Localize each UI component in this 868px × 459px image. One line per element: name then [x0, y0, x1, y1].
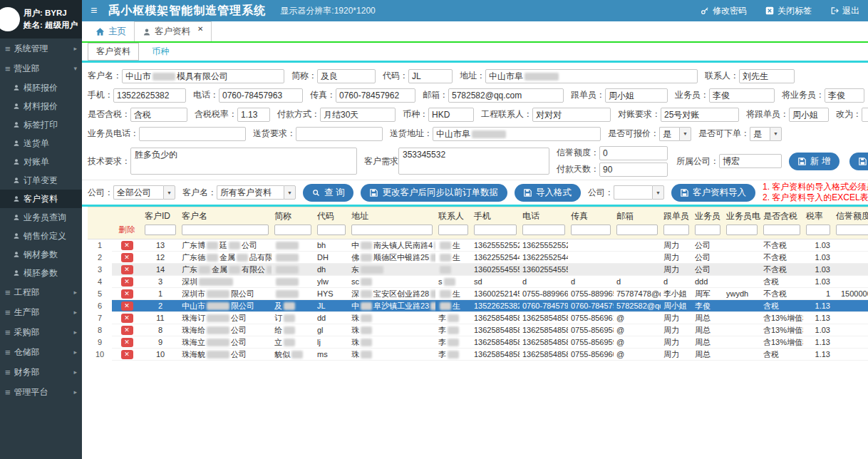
delete-row-button[interactable]: ✕: [121, 265, 133, 274]
table-row[interactable]: 7✕11珠海订公司订dd珠李13625854858513625854858507…: [88, 312, 868, 324]
tax-flag-input[interactable]: 含税: [130, 108, 187, 122]
code-input[interactable]: JL: [408, 69, 453, 83]
update-button[interactable]: 更 改: [849, 153, 868, 170]
salesman-phone-input[interactable]: [139, 127, 246, 141]
delivery-addr-input[interactable]: 中山市阜: [433, 127, 601, 141]
credit-input[interactable]: 0: [599, 146, 668, 160]
sidebar-item-业务员查询[interactable]: 业务员查询: [0, 208, 82, 227]
logout-link[interactable]: 退出: [830, 5, 859, 17]
contact-input[interactable]: 刘先生: [739, 69, 795, 83]
table-row[interactable]: 3✕14广东金属有限公dh东1360255455513602554555周力公司…: [88, 264, 868, 276]
tech-req-textarea[interactable]: 胜多负少的: [130, 148, 357, 175]
filter-input-tax[interactable]: [763, 225, 800, 235]
filter-input-sphone[interactable]: [726, 225, 758, 235]
change-follower-from-input[interactable]: 周小姐: [789, 108, 829, 122]
delete-row-button[interactable]: ✕: [121, 314, 133, 323]
cust-need-textarea[interactable]: 353345532: [398, 148, 549, 175]
mobile-input[interactable]: 13522625382: [113, 88, 186, 103]
sidebar-item-客户资料[interactable]: 客户资料: [0, 190, 82, 208]
table-row[interactable]: 6✕2中山市限公司及JL中阜沙镇工业路23生135226253820760-78…: [88, 300, 868, 312]
subtab-customer-info[interactable]: 客户资料: [88, 43, 139, 61]
delete-row-button[interactable]: ✕: [121, 277, 133, 287]
company-input[interactable]: 博宏: [719, 154, 782, 168]
sidebar-group-采购部[interactable]: ≡采购部▸: [0, 322, 82, 342]
table-row[interactable]: 1✕13广东博廷公司bh中南头镇人民南路4生136255525521362555…: [88, 239, 868, 252]
sidebar-group-仓储部[interactable]: ≡仓储部▸: [0, 342, 82, 362]
change-password-link[interactable]: 修改密码: [701, 5, 747, 17]
tab-home[interactable]: 主页: [88, 22, 134, 41]
tab-customer-info[interactable]: 客户资料 ✕: [134, 21, 212, 41]
payment-input[interactable]: 月结30天: [320, 108, 396, 122]
address-input[interactable]: 中山市阜: [485, 69, 698, 83]
phone-input[interactable]: 0760-78457963: [219, 88, 303, 103]
delete-row-button[interactable]: ✕: [121, 350, 133, 359]
hamburger-menu-icon[interactable]: ≡: [91, 4, 97, 17]
sidebar-item-模胚参数[interactable]: 模胚参数: [0, 264, 82, 282]
table-row[interactable]: 8✕8珠海给公司给gl珠李136258548585136258548585075…: [88, 324, 868, 336]
sidebar-item-标签打印[interactable]: 标签打印: [0, 115, 82, 134]
change-follower-to-input[interactable]: [862, 108, 868, 122]
sidebar-group-工程部[interactable]: ≡工程部▸: [0, 282, 82, 302]
delete-row-button[interactable]: ✕: [121, 289, 133, 299]
pay-days-input[interactable]: 90: [599, 163, 668, 177]
query-customer-select[interactable]: 所有客户资料▼: [217, 185, 296, 200]
import-format-button[interactable]: 导入格式: [515, 184, 581, 202]
close-tabs-link[interactable]: 关闭标签: [765, 5, 812, 17]
statement-input[interactable]: 25号对账: [661, 108, 739, 122]
filter-input-follower[interactable]: [663, 225, 689, 235]
filter-input-contact[interactable]: [438, 225, 468, 235]
delete-row-button[interactable]: ✕: [121, 326, 133, 335]
salesman-input[interactable]: 李俊: [709, 88, 775, 103]
add-button[interactable]: 新 增: [789, 153, 839, 170]
filter-input-salesman[interactable]: [695, 225, 720, 235]
sidebar-item-送货单[interactable]: 送货单: [0, 134, 82, 153]
filter-input-phone[interactable]: [522, 225, 565, 235]
table-row[interactable]: 9✕9珠海立公司立lj珠李136258548585136258548585075…: [88, 336, 868, 349]
eng-contact-input[interactable]: 对对对: [532, 108, 611, 122]
filter-input-email[interactable]: [616, 225, 658, 235]
sidebar-item-销售价定义[interactable]: 销售价定义: [0, 227, 82, 245]
delete-row-button[interactable]: ✕: [121, 253, 133, 262]
delete-row-button[interactable]: ✕: [121, 241, 133, 250]
sidebar-group-财务部[interactable]: ≡财务部▸: [0, 362, 82, 382]
quotable-select[interactable]: 是▼: [659, 127, 691, 141]
change-salesman-from-input[interactable]: 李俊: [825, 88, 864, 103]
filter-input-credit[interactable]: [836, 225, 868, 235]
filter-input-code[interactable]: [317, 225, 346, 235]
tax-rate-input[interactable]: 1.13: [237, 108, 270, 122]
filter-input-id[interactable]: [145, 225, 176, 235]
filter-input-mobile[interactable]: [474, 225, 517, 235]
table-row[interactable]: 2✕12广东德金属品有限DH佛顺德区中银路25生1362255254413622…: [88, 252, 868, 264]
sidebar-group-管理平台[interactable]: ≡管理平台▸: [0, 382, 82, 402]
sidebar-item-材料报价[interactable]: 材料报价: [0, 97, 82, 115]
sidebar-item-订单变更[interactable]: 订单变更: [0, 171, 82, 190]
filter-input-addr[interactable]: [351, 225, 433, 235]
orderable-select[interactable]: 是▼: [750, 127, 782, 141]
delete-row-button[interactable]: ✕: [121, 301, 133, 311]
search-button[interactable]: 查 询: [303, 184, 353, 202]
table-row[interactable]: 4✕3深圳ylwscssdddddddd含税1.030: [88, 276, 868, 288]
query-company-select[interactable]: 全部公司▼: [113, 185, 175, 200]
sync-orders-button[interactable]: 更改客户后同步以前订单数据: [361, 184, 507, 202]
follower-input[interactable]: 周小姐: [605, 88, 668, 103]
currency-input[interactable]: HKD: [428, 108, 474, 122]
delete-row-button[interactable]: ✕: [121, 338, 133, 347]
filter-input-name[interactable]: [182, 225, 269, 235]
fax-input[interactable]: 0760-78457962: [336, 88, 415, 103]
sidebar-group-生产部[interactable]: ≡生产部▸: [0, 302, 82, 322]
import-customer-data-button[interactable]: 客户资料导入: [671, 184, 755, 202]
filter-input-short[interactable]: [274, 225, 311, 235]
sidebar-group-营业部[interactable]: ≡营业部▾: [0, 58, 82, 78]
sidebar-item-钢材参数[interactable]: 钢材参数: [0, 245, 82, 264]
filter-input-rate[interactable]: [806, 225, 830, 235]
sidebar-item-对账单[interactable]: 对账单: [0, 153, 82, 171]
customer-name-input[interactable]: 中山市模具有限公司: [122, 69, 284, 83]
table-row[interactable]: 10✕10珠海貌公司貌似ms珠李136258548585136258548585…: [88, 349, 868, 361]
sidebar-item-模胚报价[interactable]: 模胚报价: [0, 78, 82, 97]
import-company-select[interactable]: ▼: [614, 185, 664, 200]
email-input[interactable]: 5782582@qq.com: [448, 88, 564, 103]
subtab-currency[interactable]: 币种: [152, 46, 169, 58]
table-row[interactable]: 5✕1深圳市限公司HYS深宝安区创业路28生136002521450755-88…: [88, 288, 868, 300]
delivery-req-input[interactable]: [296, 127, 383, 141]
tab-close-icon[interactable]: ✕: [197, 26, 203, 33]
